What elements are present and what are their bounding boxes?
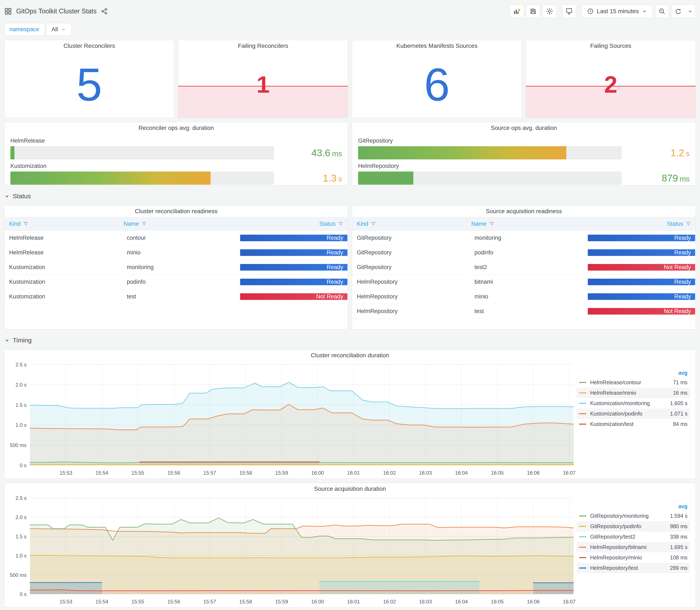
svg-text:16:06: 16:06 xyxy=(527,470,540,476)
panel-title[interactable]: Cluster reconciliation duration xyxy=(4,350,696,361)
svg-text:16:02: 16:02 xyxy=(383,470,396,476)
legend-item[interactable]: HelmRepository/minio 108 ms xyxy=(576,552,690,563)
cycle-view-button[interactable] xyxy=(562,5,576,18)
legend-value-header[interactable]: avg xyxy=(576,368,690,377)
add-panel-button[interactable] xyxy=(510,5,524,18)
dashboard-settings-button[interactable] xyxy=(542,5,556,18)
legend-value-header[interactable]: avg xyxy=(576,502,690,511)
svg-text:16:05: 16:05 xyxy=(491,599,504,605)
variable-namespace-select[interactable]: All xyxy=(46,23,71,36)
filter-funnel-icon[interactable] xyxy=(23,221,28,226)
legend-item[interactable]: GitRepository/test2 338 ms xyxy=(576,532,690,542)
status-badge: Ready xyxy=(588,279,695,285)
panel-title[interactable]: Source acquisition readiness xyxy=(352,206,696,217)
series-label: HelmRepository/minio xyxy=(590,555,666,561)
panel-title[interactable]: Cluster reconciliation readiness xyxy=(4,206,348,217)
section-status[interactable]: Status xyxy=(4,191,696,201)
svg-text:2.0 s: 2.0 s xyxy=(16,514,27,520)
svg-text:2.5 s: 2.5 s xyxy=(16,495,27,501)
cell-status: Ready xyxy=(587,230,696,245)
gauge-item: HelmRelease 43.6ms xyxy=(11,138,342,159)
series-avg-value: 289 ms xyxy=(670,565,687,571)
refresh-button[interactable] xyxy=(671,5,685,18)
svg-text:15:53: 15:53 xyxy=(60,470,72,476)
panel-title[interactable]: Reconciler ops avg. duration xyxy=(4,122,348,134)
section-timing[interactable]: Timing xyxy=(4,335,696,345)
column-header[interactable]: Kind xyxy=(352,217,467,230)
panel-title[interactable]: Source acquisition duration xyxy=(4,483,696,495)
series-avg-value: 1.695 s xyxy=(670,544,687,550)
svg-text:16:04: 16:04 xyxy=(455,599,468,605)
legend-item[interactable]: HelmRelease/contour 71 ms xyxy=(576,377,690,388)
chart-legend: avg HelmRelease/contour 71 ms HelmReleas… xyxy=(576,361,696,479)
column-header[interactable]: Status xyxy=(581,217,696,230)
series-color-dash xyxy=(579,423,586,425)
series-color-dash xyxy=(579,567,586,568)
series-avg-value: 1.071 s xyxy=(670,411,687,417)
variable-namespace-label[interactable]: namespace xyxy=(4,23,45,36)
panel-title[interactable]: Cluster Reconcilers xyxy=(4,40,174,52)
legend-item[interactable]: HelmRepository/bitnami 1.695 s xyxy=(576,542,690,552)
filter-funnel-icon[interactable] xyxy=(371,221,376,226)
time-range-picker[interactable]: Last 15 minutes xyxy=(582,5,653,18)
chart-panel-acquisition: Source acquisition duration 0 s500 ms1.0… xyxy=(4,483,696,608)
refresh-icon xyxy=(674,7,682,15)
dashboard-grid-icon[interactable] xyxy=(4,7,12,15)
svg-text:15:54: 15:54 xyxy=(95,470,108,476)
table-row: HelmRelease minio Ready xyxy=(4,245,348,260)
svg-text:15:59: 15:59 xyxy=(275,599,288,605)
legend-item[interactable]: HelmRepository/test 289 ms xyxy=(576,563,690,573)
time-series-plot[interactable]: 0 s500 ms1.0 s1.5 s2.0 s2.5 s15:5315:541… xyxy=(4,495,576,607)
legend-item[interactable]: HelmRelease/minio 16 ms xyxy=(576,388,690,398)
svg-text:2.5 s: 2.5 s xyxy=(16,362,27,368)
filter-funnel-icon[interactable] xyxy=(686,221,691,226)
filter-funnel-icon[interactable] xyxy=(489,221,494,226)
zoom-out-icon xyxy=(658,7,666,15)
refresh-interval-button[interactable] xyxy=(685,5,696,18)
chevron-down-icon xyxy=(642,9,647,14)
table-row: HelmRepository bitnami Ready xyxy=(352,275,696,289)
legend-item[interactable]: Kustomization/monitoring 1.605 s xyxy=(576,398,690,408)
legend-item[interactable]: Kustomization/podinfo 1.071 s xyxy=(576,408,690,419)
share-icon[interactable] xyxy=(101,7,108,15)
svg-text:15:58: 15:58 xyxy=(239,470,252,476)
time-series-plot[interactable]: 0 s500 ms1.0 s1.5 s2.0 s2.5 s15:5315:541… xyxy=(4,361,576,479)
series-label: HelmRelease/minio xyxy=(590,390,669,396)
panel-title[interactable]: Failing Sources xyxy=(526,40,696,52)
chart-legend: avg GitRepository/monitoring 1.594 s Git… xyxy=(576,495,696,607)
column-header[interactable]: Kind xyxy=(4,217,119,230)
cell-kind: GitRepository xyxy=(352,230,470,245)
series-avg-value: 71 ms xyxy=(673,380,687,386)
status-tables-row: Cluster reconciliation readiness Kind Na… xyxy=(4,205,696,330)
legend-item[interactable]: GitRepository/monitoring 1.594 s xyxy=(576,511,690,521)
panel-title[interactable]: Kubernetes Manifests Sources xyxy=(352,40,522,52)
gauge-value: 879ms xyxy=(628,172,689,184)
series-avg-value: 84 ms xyxy=(673,421,687,427)
gauge-bar xyxy=(358,146,566,159)
zoom-out-button[interactable] xyxy=(655,5,669,18)
legend-item[interactable]: Kustomization/test 84 ms xyxy=(576,419,690,429)
filter-funnel-icon[interactable] xyxy=(338,221,343,226)
gauge-item: HelmRepository 879ms xyxy=(358,163,689,185)
gauge-value: 43.6ms xyxy=(280,147,342,159)
save-dashboard-icon xyxy=(530,7,537,15)
column-header[interactable]: Name xyxy=(119,217,233,230)
filter-funnel-icon[interactable] xyxy=(142,221,147,226)
table-panel-cluster: Cluster reconciliation readiness Kind Na… xyxy=(4,205,348,330)
series-label: Kustomization/podinfo xyxy=(590,411,666,417)
gauge-item: GitRepository 1.2s xyxy=(358,138,689,159)
svg-text:0 s: 0 s xyxy=(20,463,27,468)
svg-text:16:05: 16:05 xyxy=(491,470,504,476)
cell-name: bitnami xyxy=(470,275,588,289)
column-header[interactable]: Name xyxy=(467,217,581,230)
status-badge: Ready xyxy=(588,249,695,256)
status-badge: Ready xyxy=(588,235,695,241)
panel-title[interactable]: Failing Reconcilers xyxy=(178,40,348,52)
column-header[interactable]: Status xyxy=(233,217,348,230)
svg-text:16:01: 16:01 xyxy=(347,599,360,605)
svg-text:1.0 s: 1.0 s xyxy=(16,422,27,428)
panel-title[interactable]: Source ops avg. duration xyxy=(352,122,696,134)
legend-item[interactable]: GitRepository/podinfo 980 ms xyxy=(576,521,690,532)
cell-name: test xyxy=(122,289,240,304)
save-dashboard-button[interactable] xyxy=(526,5,540,18)
